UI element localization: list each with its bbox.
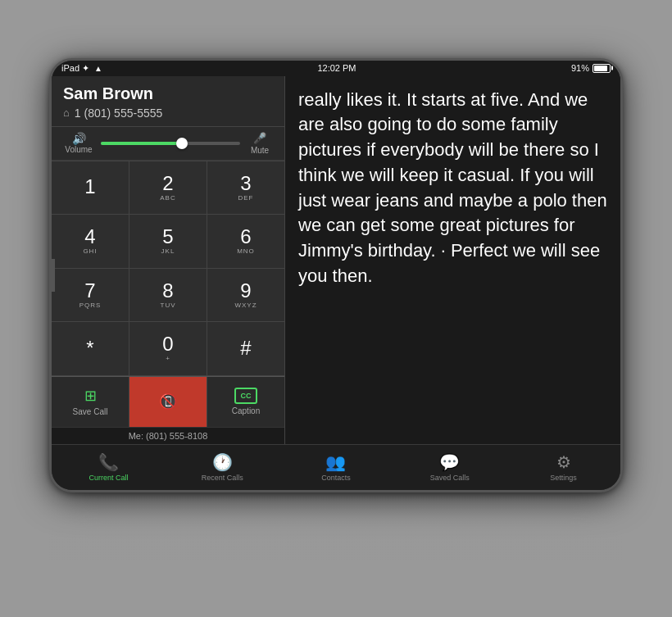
- ipad-label: iPad ✦: [61, 63, 89, 74]
- recent-calls-icon: 🕐: [212, 452, 233, 472]
- key-5-main: 5: [162, 227, 173, 247]
- caller-name: Sam Brown: [63, 84, 273, 103]
- recent-calls-label: Recent Calls: [202, 474, 243, 482]
- key-hash[interactable]: #: [207, 322, 284, 375]
- saved-calls-icon: 💬: [439, 452, 460, 472]
- wifi-icon: ▲: [94, 64, 102, 73]
- caption-button[interactable]: CC Caption: [207, 377, 284, 427]
- action-bar: ⊞ Save Call 📵 CC Caption: [52, 376, 284, 427]
- home-button-left[interactable]: [50, 259, 55, 292]
- caller-info: Sam Brown ⌂ 1 (801) 555-5555: [52, 76, 284, 127]
- key-7-sub: PQRS: [79, 302, 102, 309]
- volume-label: 🔊 Volume: [63, 132, 94, 154]
- tablet-device: iPad ✦ ▲ 12:02 PM 91% Sam Brown: [49, 58, 623, 492]
- contacts-icon: 👥: [325, 452, 346, 472]
- tab-recent-calls[interactable]: 🕐 Recent Calls: [166, 445, 279, 490]
- key-1-main: 1: [84, 177, 95, 197]
- caller-number: ⌂ 1 (801) 555-5555: [63, 107, 273, 120]
- volume-icon: 🔊: [72, 132, 86, 145]
- key-6-sub: MNO: [237, 247, 255, 255]
- status-left: iPad ✦ ▲: [61, 63, 102, 74]
- volume-text: Volume: [65, 145, 92, 154]
- current-call-label: Current Call: [89, 474, 128, 482]
- volume-fill: [101, 142, 184, 145]
- key-3-main: 3: [240, 174, 251, 193]
- save-call-label: Save Call: [73, 407, 108, 416]
- device-reflection: [49, 494, 623, 560]
- caption-panel: really likes it. It starts at five. And …: [285, 76, 620, 444]
- key-7[interactable]: 7 PQRS: [52, 269, 129, 322]
- key-2[interactable]: 2 ABC: [129, 161, 207, 215]
- tab-current-call[interactable]: 📞 Current Call: [52, 445, 166, 490]
- dialer-panel: Sam Brown ⌂ 1 (801) 555-5555 🔊 Volume: [52, 76, 285, 444]
- key-8-main: 8: [162, 281, 173, 301]
- tab-settings[interactable]: ⚙ Settings: [506, 445, 620, 490]
- caption-label: Caption: [232, 406, 260, 415]
- settings-label: Settings: [550, 474, 577, 482]
- tab-bar: 📞 Current Call 🕐 Recent Calls 👥 Contacts…: [52, 444, 620, 490]
- caption-text: really likes it. It starts at five. And …: [285, 76, 620, 444]
- volume-thumb: [176, 138, 188, 149]
- device-container: iPad ✦ ▲ 12:02 PM 91% Sam Brown: [49, 58, 623, 560]
- key-hash-main: #: [240, 338, 251, 358]
- tab-saved-calls[interactable]: 💬 Saved Calls: [393, 445, 506, 490]
- battery-icon: [593, 64, 611, 73]
- status-time: 12:02 PM: [317, 63, 356, 73]
- key-3-sub: DEF: [238, 194, 254, 202]
- key-6-main: 6: [240, 227, 251, 247]
- key-1[interactable]: 1: [52, 161, 129, 215]
- key-5-sub: JKL: [161, 247, 175, 255]
- mute-text: Mute: [251, 146, 269, 155]
- key-0-main: 0: [162, 334, 173, 354]
- key-star[interactable]: *: [52, 322, 129, 375]
- battery-percent: 91%: [571, 63, 589, 73]
- save-call-button[interactable]: ⊞ Save Call: [52, 377, 129, 427]
- saved-calls-label: Saved Calls: [430, 474, 470, 482]
- main-content: Sam Brown ⌂ 1 (801) 555-5555 🔊 Volume: [52, 76, 620, 444]
- key-4-sub: GHI: [83, 247, 97, 255]
- settings-icon: ⚙: [556, 452, 571, 472]
- volume-slider[interactable]: [101, 142, 240, 145]
- key-3[interactable]: 3 DEF: [207, 161, 284, 215]
- save-call-icon: ⊞: [84, 387, 97, 405]
- home-icon: ⌂: [63, 107, 70, 119]
- key-9-sub: WXYZ: [234, 302, 257, 309]
- volume-bar: 🔊 Volume 🎤 Mute: [52, 127, 284, 161]
- mute-label: 🎤 Mute: [247, 132, 273, 155]
- key-star-main: *: [86, 338, 93, 358]
- caller-number-text: 1 (801) 555-5555: [75, 107, 162, 120]
- end-call-icon: 📵: [159, 392, 177, 411]
- status-bar: iPad ✦ ▲ 12:02 PM 91%: [52, 61, 620, 76]
- key-8[interactable]: 8 TUV: [129, 269, 207, 322]
- battery-fill: [594, 66, 607, 71]
- key-4-main: 4: [84, 227, 95, 247]
- key-5[interactable]: 5 JKL: [129, 215, 207, 268]
- key-0[interactable]: 0 +: [129, 322, 207, 375]
- end-call-button[interactable]: 📵: [129, 377, 207, 427]
- outer-wrapper: iPad ✦ ▲ 12:02 PM 91% Sam Brown: [0, 0, 672, 617]
- key-7-main: 7: [84, 281, 95, 301]
- key-9-main: 9: [240, 281, 251, 301]
- key-2-main: 2: [162, 174, 173, 193]
- key-8-sub: TUV: [161, 302, 176, 309]
- key-9[interactable]: 9 WXYZ: [207, 269, 284, 322]
- status-right: 91%: [571, 63, 611, 73]
- key-4[interactable]: 4 GHI: [52, 215, 129, 268]
- key-6[interactable]: 6 MNO: [207, 215, 284, 268]
- cc-icon: CC: [234, 388, 257, 404]
- key-2-sub: ABC: [160, 194, 175, 202]
- key-0-sub: +: [166, 355, 170, 362]
- me-number: Me: (801) 555-8108: [52, 427, 284, 444]
- keypad: 1 2 ABC 3 DEF 4 GHI: [52, 161, 284, 376]
- current-call-icon: 📞: [98, 452, 119, 472]
- tab-contacts[interactable]: 👥 Contacts: [279, 445, 393, 490]
- mic-icon: 🎤: [253, 132, 266, 144]
- contacts-label: Contacts: [321, 474, 351, 482]
